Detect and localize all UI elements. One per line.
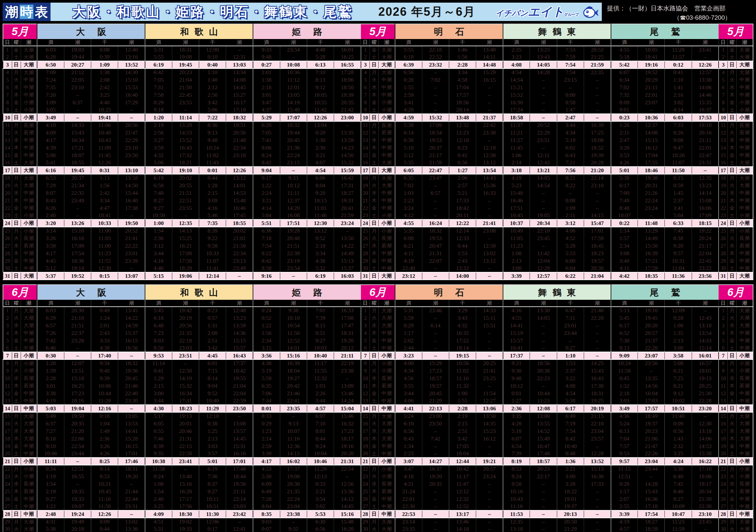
column-header-low-tide: 干 潮 (199, 39, 253, 46)
tide-time-cell: 3:23 (503, 53, 530, 61)
weekday-cell: 水 (12, 242, 21, 250)
weekday-cell: 月 (727, 412, 736, 420)
tide-time-cell: 14:52 (530, 427, 557, 435)
tide-time-cell: 19:23 (584, 250, 611, 257)
tide-time-cell: 0:52 (253, 314, 280, 322)
tide-time-cell: 9:22 (199, 234, 226, 242)
tide-time-cell: 17:59 (638, 265, 665, 272)
tide-type-cell: 小潮 (379, 114, 395, 121)
day-cell: 13 (3, 397, 12, 405)
tide-time-cell: – (422, 182, 449, 189)
tide-time-cell: 5:28 (557, 242, 584, 250)
tide-time-cell: 2:11 (611, 129, 638, 136)
tide-time-cell: 18:32 (422, 227, 449, 234)
tide-time-cell: 6:06 (307, 174, 334, 182)
weekday-cell: 日 (12, 458, 21, 465)
tide-time-cell: – (584, 510, 611, 518)
weekday-cell: 火 (12, 234, 21, 242)
tide-time-cell: 15:52 (503, 91, 530, 99)
tide-time-cell: 5:08 (37, 151, 64, 159)
tide-time-cell: 13:40 (476, 46, 503, 53)
tide-time-cell: 10:40 (557, 442, 584, 450)
tide-time-cell: – (557, 84, 584, 91)
tide-type-cell: 大潮 (21, 314, 37, 322)
table-row: 19火大潮7:2921:341:5614:506:5820:551:2814:0… (3, 182, 753, 189)
day-cell: 26 (3, 234, 12, 242)
tide-time-cell: 23:14 (395, 518, 422, 525)
weekday-cell: 火 (12, 182, 21, 189)
tide-type-cell: 中潮 (379, 204, 395, 212)
weekday-cell: 火 (370, 420, 379, 427)
tide-time-cell: 1:26 (611, 121, 638, 129)
tide-time-cell: 4:46 (145, 265, 172, 272)
column-header-low-tide: 干 潮 (199, 300, 253, 307)
tide-time-cell: 19:14 (64, 265, 91, 272)
tide-time-cell: 17:10 (692, 465, 718, 473)
tide-time-cell: – (118, 159, 145, 167)
tide-time-cell: 19:36 (118, 367, 145, 375)
tide-time-cell: 21:20 (584, 167, 611, 174)
day-cell: 23 (361, 473, 370, 480)
tide-time-cell: 20:23 (638, 427, 665, 435)
tide-time-cell: 20:34 (692, 488, 718, 495)
day-cell: 30 (3, 265, 12, 272)
tide-time-cell: 17:29 (118, 99, 145, 106)
tide-time-cell: 23:41 (172, 458, 199, 465)
tide-time-cell: 13:51 (64, 367, 91, 375)
tide-time-cell: 4:10 (37, 121, 64, 129)
tide-time-cell: 5:49 (37, 412, 64, 420)
tide-time-cell: 23:41 (692, 46, 718, 53)
tide-time-cell: 1:54 (145, 488, 172, 495)
tide-time-cell: – (118, 265, 145, 272)
tide-time-cell: 11:37 (503, 121, 530, 129)
tide-time-cell: 4:20 (395, 106, 422, 114)
tide-time-cell: 16:43 (226, 352, 253, 359)
tide-type-cell: 中潮 (737, 189, 753, 197)
tide-time-cell: 6:57 (37, 322, 64, 329)
tide-time-cell: 21:26 (638, 189, 665, 197)
tide-time-cell: 4:51 (145, 518, 172, 525)
column-header-low-tide: 干 潮 (557, 39, 611, 46)
day-cell: 5 (718, 76, 727, 84)
tide-time-cell: 3:59 (145, 144, 172, 151)
weekday-cell: 金 (12, 151, 21, 159)
month-label: 6月 (3, 285, 37, 300)
tide-type-cell: 中潮 (21, 84, 37, 91)
day-cell: 9 (3, 367, 12, 375)
tide-type-cell: 中潮 (379, 450, 395, 458)
tide-time-cell: 7:36 (199, 473, 226, 480)
tide-time-cell: 0:09 (665, 420, 692, 427)
tide-time-cell: 16:08 (280, 212, 307, 220)
tide-time-cell: 3:47 (395, 465, 422, 473)
tide-time-cell: 13:23 (530, 46, 557, 53)
tide-time-cell: 19:35 (64, 488, 91, 495)
weekday-cell: 火 (370, 473, 379, 480)
day-cell: 20 (361, 450, 370, 458)
tide-time-cell: 23:44 (64, 450, 91, 458)
tide-time-cell: 10:07 (280, 427, 307, 435)
column-header-high-tide: 満 潮 (37, 39, 91, 46)
tide-type-cell: 若潮 (737, 242, 753, 250)
table-row: 26金中潮0:2719:3311:1622:442:4017:1710:1122… (3, 495, 753, 503)
tide-time-cell: 10:11 (199, 495, 226, 503)
tide-time-cell: 3:25 (91, 91, 118, 99)
tide-time-cell: 5:46 (199, 212, 226, 220)
tide-time-cell: – (422, 314, 449, 322)
tide-time-cell: 10:12 (280, 182, 307, 189)
tide-time-cell: 21:12 (64, 68, 91, 76)
tide-time-cell: 13:16 (118, 53, 145, 61)
tide-time-cell: 15:46 (334, 412, 361, 420)
column-header-high-tide: 満 潮 (395, 300, 449, 307)
tide-time-cell: 20:27 (64, 61, 91, 68)
tide-time-cell: 4:26 (611, 159, 638, 167)
tide-time-cell: 3:50 (37, 242, 64, 250)
tide-time-cell: 20:16 (692, 129, 718, 136)
tide-time-cell: 17:31 (334, 182, 361, 189)
tide-type-cell: 大潮 (379, 68, 395, 76)
tide-time-cell: 1:27 (449, 167, 476, 174)
column-header-day: 日 (718, 39, 727, 46)
tide-time-cell: 15:18 (64, 375, 91, 382)
tide-time-cell: 22:23 (530, 375, 557, 382)
tide-time-cell: 6:30 (307, 518, 334, 525)
tide-time-cell: 0:44 (91, 525, 118, 532)
